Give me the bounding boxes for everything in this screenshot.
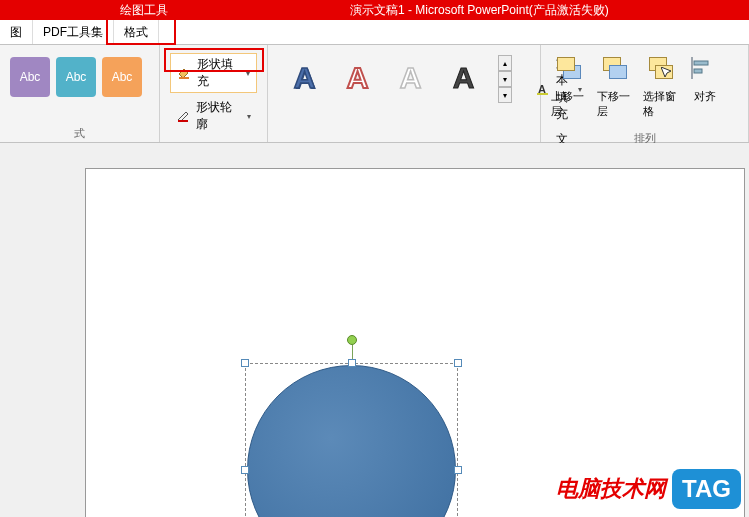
gallery-scroll: ▴ ▾ ▾	[498, 55, 512, 103]
pen-outline-icon	[176, 108, 190, 124]
wordart-preset-4[interactable]: A	[441, 55, 486, 100]
group-shape-styles: Abc Abc Abc 式	[0, 45, 160, 142]
ribbon-tabs: 图 PDF工具集 格式	[0, 20, 749, 45]
contextual-tab-label: 绘图工具	[108, 0, 180, 20]
paint-bucket-icon	[177, 65, 191, 81]
tab-view[interactable]: 图	[0, 20, 33, 44]
resize-handle-n[interactable]	[348, 359, 356, 367]
align-button[interactable]: 对齐	[687, 53, 723, 123]
bring-forward-icon	[557, 57, 585, 85]
group-arrange: 上移一层 下移一层 选择窗格	[541, 45, 749, 142]
title-bar: 绘图工具 演示文稿1 - Microsoft PowerPoint(产品激活失败…	[0, 0, 749, 20]
wordart-gallery[interactable]: A A A A ▴ ▾ ▾	[272, 49, 522, 109]
wordart-preset-2[interactable]: A	[335, 55, 380, 100]
window-title: 演示文稿1 - Microsoft PowerPoint(产品激活失败)	[350, 2, 609, 19]
group-wordart-styles: A A A A ▴ ▾ ▾ A 文本填充 ▾ A 文本轮廓	[268, 45, 541, 142]
wordart-preset-1[interactable]: A	[282, 55, 327, 100]
chevron-down-icon: ▾	[247, 112, 251, 121]
selection-pane-icon	[649, 57, 677, 85]
svg-rect-9	[694, 69, 702, 73]
wordart-preset-3[interactable]: A	[388, 55, 433, 100]
gallery-up-button[interactable]: ▴	[498, 55, 512, 71]
style-preset-2[interactable]: Abc	[56, 57, 96, 97]
send-backward-icon	[603, 57, 631, 85]
bring-forward-button[interactable]: 上移一层	[549, 53, 593, 123]
selected-shape-oval[interactable]	[245, 363, 458, 517]
svg-rect-8	[694, 61, 708, 65]
resize-handle-e[interactable]	[454, 466, 462, 474]
watermark: 电脑技术网 TAG	[556, 469, 741, 509]
gallery-more-button[interactable]: ▾	[498, 87, 512, 103]
watermark-text: 电脑技术网	[556, 474, 666, 504]
slide-canvas	[0, 143, 749, 517]
watermark-tag: TAG	[672, 469, 741, 509]
ribbon: Abc Abc Abc 式 形状填充 ▾ 形	[0, 45, 749, 143]
shape-fill-button[interactable]: 形状填充 ▾	[170, 53, 257, 93]
rotation-handle[interactable]	[347, 335, 357, 345]
shape-fill-label: 形状填充	[197, 56, 238, 90]
gallery-down-button[interactable]: ▾	[498, 71, 512, 87]
selection-pane-button[interactable]: 选择窗格	[641, 53, 685, 123]
tab-pdf-tools[interactable]: PDF工具集	[33, 20, 114, 44]
shape-style-gallery[interactable]: Abc Abc Abc	[4, 49, 148, 105]
resize-handle-ne[interactable]	[454, 359, 462, 367]
style-preset-3[interactable]: Abc	[102, 57, 142, 97]
contextual-tab-text: 绘图工具	[120, 2, 168, 19]
align-icon	[691, 57, 719, 85]
send-backward-button[interactable]: 下移一层	[595, 53, 639, 123]
tab-format[interactable]: 格式	[114, 20, 159, 44]
chevron-down-icon: ▾	[246, 69, 250, 78]
group-shape-options: 形状填充 ▾ 形状轮廓 ▾ 形状效果 ▾	[160, 45, 268, 142]
shape-outline-button[interactable]: 形状轮廓 ▾	[170, 97, 257, 135]
resize-handle-w[interactable]	[241, 466, 249, 474]
svg-rect-1	[178, 120, 188, 122]
resize-handle-nw[interactable]	[241, 359, 249, 367]
style-preset-1[interactable]: Abc	[10, 57, 50, 97]
group-label-shape-styles: 式	[0, 126, 159, 142]
shape-outline-label: 形状轮廓	[196, 99, 239, 133]
svg-rect-0	[179, 77, 189, 79]
